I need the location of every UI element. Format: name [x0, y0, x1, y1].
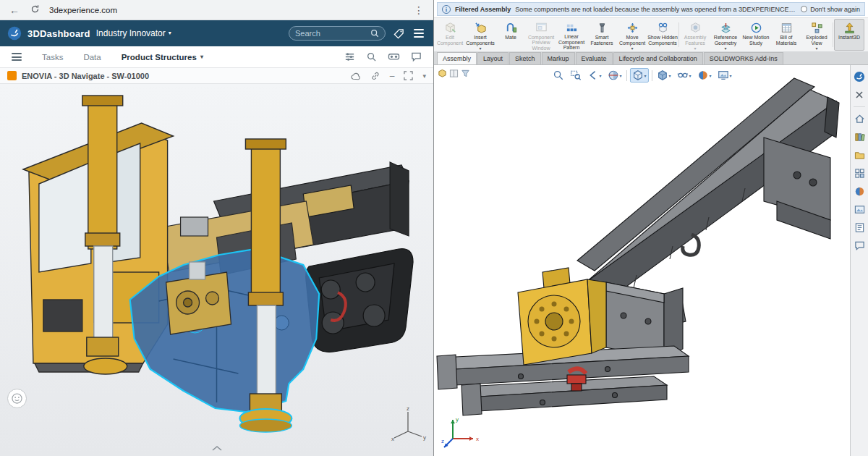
command-show-hidden-components[interactable]: Show Hidden Components — [647, 19, 678, 51]
bill-of-materials-icon — [780, 21, 793, 34]
tab-data[interactable]: Data — [83, 53, 101, 62]
custom-properties-icon[interactable] — [853, 221, 866, 234]
instant3d-icon — [843, 21, 856, 34]
command-move-component[interactable]: Move Component ▾ — [617, 19, 647, 51]
linear-component-pattern-icon — [566, 21, 578, 33]
expand-panel-chevron-icon[interactable] — [211, 441, 223, 454]
browser-menu-icon[interactable]: ⋮ — [413, 5, 425, 15]
orientation-triad: z x y — [388, 405, 427, 442]
view-options-icon[interactable] — [344, 51, 355, 62]
tab-markup[interactable]: Markup — [542, 52, 575, 64]
link-icon[interactable] — [370, 71, 380, 81]
axis-y-label: y — [456, 416, 459, 423]
command-assembly-features[interactable]: Assembly Features ▾ — [680, 19, 710, 51]
tab-layout[interactable]: Layout — [477, 52, 509, 64]
tab-sketch[interactable]: Sketch — [509, 52, 541, 64]
apps-menu-icon[interactable] — [412, 26, 426, 41]
tab-solidworks-add-ins[interactable]: SOLIDWORKS Add-Ins — [704, 52, 783, 64]
new-motion-study-icon — [750, 21, 762, 34]
tag-icon[interactable] — [391, 26, 406, 41]
tab-lifecycle-and-collaboration[interactable]: Lifecycle and Collaboration — [613, 52, 703, 64]
search-input[interactable] — [295, 29, 366, 38]
info-icon: i — [442, 5, 451, 14]
drill-rig-model[interactable] — [0, 84, 433, 456]
toolbar-separator — [833, 22, 833, 47]
reference-triad: x y z — [440, 413, 482, 452]
assembly-features-icon — [689, 21, 702, 34]
tab-evaluate[interactable]: Evaluate — [576, 52, 613, 64]
axis-z-label: z — [407, 405, 409, 412]
command-component-preview-window[interactable]: Component Preview Window — [526, 19, 556, 51]
view-palette-icon[interactable] — [853, 166, 866, 180]
tab-product-structures[interactable]: Product Structures ▾ — [122, 53, 203, 62]
component-preview-window-icon — [535, 21, 548, 34]
file-explorer-icon[interactable] — [853, 148, 866, 161]
solidworks-resources-icon[interactable] — [853, 112, 866, 125]
minimize-icon[interactable]: – — [390, 71, 395, 81]
tab-assembly[interactable]: Assembly — [437, 52, 477, 64]
zoom-icon[interactable] — [366, 51, 377, 62]
browser-window: ← 3dexperience.com ⋮ 3DDashboard Industr… — [0, 0, 434, 456]
sidebar-toggle-icon[interactable] — [12, 53, 22, 61]
smart-fasteners-icon — [596, 21, 608, 34]
axis-y-label: y — [423, 434, 426, 441]
command-edit-component[interactable]: Edit Component — [435, 19, 465, 51]
dont-show-again-radio[interactable] — [801, 6, 807, 12]
dropdown-caret-icon[interactable]: ▾ — [724, 46, 726, 51]
back-icon[interactable]: ← — [9, 5, 20, 15]
command-smart-fasteners[interactable]: Smart Fasteners — [587, 19, 617, 51]
collapse-app-icon[interactable]: ▾ — [422, 72, 426, 80]
close-task-pane-icon[interactable] — [853, 88, 866, 101]
appearances-icon[interactable] — [853, 185, 866, 198]
chat-icon[interactable] — [411, 51, 422, 62]
command-manager: Edit Component Insert Components ▾ Mate … — [434, 17, 868, 51]
solidworks-window: i Filtered Assembly Some components are … — [434, 0, 868, 456]
global-search — [289, 26, 386, 41]
infobar-message: Some components are not loaded because t… — [515, 6, 796, 13]
command-bill-of-materials[interactable]: Bill of Materials — [771, 19, 801, 51]
command-exploded-view[interactable]: Exploded View ▾ — [801, 19, 832, 51]
dont-show-again[interactable]: Don't show again — [801, 6, 860, 13]
dashboard-tab-bar: Tasks Data Product Structures ▾ — [0, 46, 433, 68]
command-linear-component-pattern[interactable]: Linear Component Pattern ▾ — [556, 19, 587, 51]
rack-assembly-model[interactable] — [434, 65, 850, 456]
chevron-down-icon: ▾ — [169, 30, 171, 36]
3dexperience-compass-icon[interactable] — [853, 70, 866, 83]
brand-title: 3DDashboard — [27, 28, 90, 39]
dropdown-caret-icon[interactable]: ▾ — [631, 46, 633, 51]
search-icon[interactable] — [370, 29, 379, 38]
enovia-app-icon — [7, 71, 17, 80]
toolbar-separator — [678, 22, 679, 47]
reference-geometry-icon — [720, 21, 732, 34]
axis-x-label: x — [476, 436, 479, 442]
dropdown-caret-icon[interactable]: ▾ — [815, 46, 817, 51]
tab-tasks[interactable]: Tasks — [42, 53, 63, 62]
forum-icon[interactable] — [853, 239, 866, 252]
dropdown-caret-icon[interactable]: ▾ — [479, 46, 481, 51]
axis-x-label: x — [391, 436, 394, 442]
reload-icon[interactable] — [29, 4, 41, 15]
graphics-area[interactable]: ▾ ▾ ▾ ▾ ▾ ▾ ▾ — [434, 65, 850, 456]
scene-icon[interactable] — [853, 203, 866, 216]
3d-navigate-viewport[interactable]: z x y — [0, 84, 433, 456]
address-bar[interactable]: 3dexperience.com — [49, 6, 404, 14]
show-hidden-components-icon — [657, 21, 669, 34]
avatar-assistant-button[interactable] — [7, 389, 27, 408]
command-reference-geometry[interactable]: Reference Geometry ▾ — [710, 19, 741, 51]
app-title: ENOVIA - 3D Navigate - SW-01000 — [22, 72, 149, 80]
workspace-switcher[interactable]: Industry Innovator ▾ — [96, 28, 171, 38]
design-library-icon[interactable] — [853, 130, 866, 143]
fullscreen-icon[interactable] — [404, 71, 413, 80]
command-insert-components[interactable]: Insert Components ▾ — [465, 19, 495, 51]
cloud-icon[interactable] — [350, 72, 361, 80]
dashboard-header: 3DDashboard Industry Innovator ▾ — [0, 20, 433, 46]
filtered-assembly-infobar: i Filtered Assembly Some components are … — [437, 2, 865, 16]
3ds-compass-icon[interactable] — [7, 26, 22, 41]
command-instant3d[interactable]: Instant3D — [834, 19, 864, 51]
vr-glasses-icon[interactable] — [388, 51, 400, 62]
command-new-motion-study[interactable]: New Motion Study — [741, 19, 771, 51]
screen: ← 3dexperience.com ⋮ 3DDashboard Industr… — [0, 0, 868, 456]
dropdown-caret-icon[interactable]: ▾ — [694, 46, 696, 51]
mate-icon — [505, 21, 517, 34]
command-mate[interactable]: Mate — [495, 19, 526, 51]
